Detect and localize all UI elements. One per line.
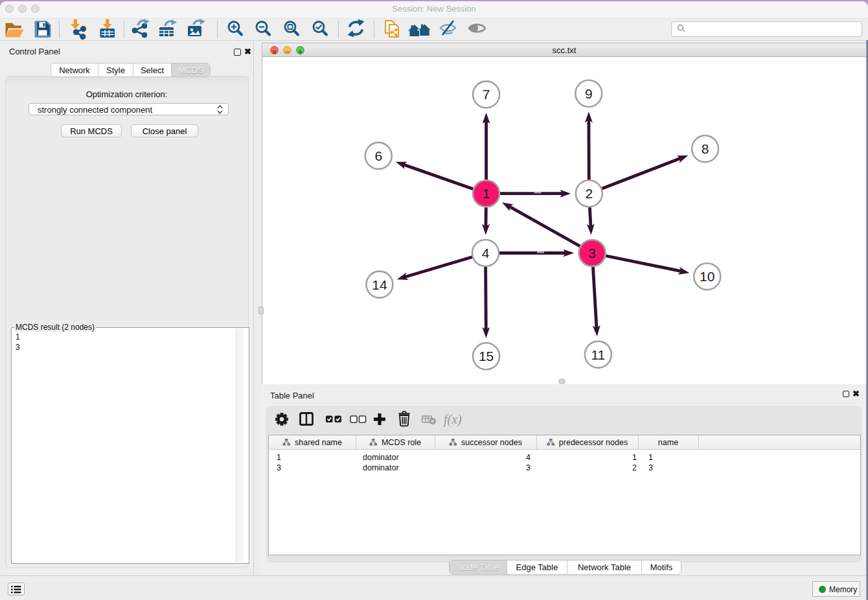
svg-text:f(x): f(x) <box>444 412 462 427</box>
svg-text:15: 15 <box>479 349 494 363</box>
svg-text:7: 7 <box>483 87 490 102</box>
svg-text:9: 9 <box>585 86 593 101</box>
svg-text:2: 2 <box>585 186 593 201</box>
svg-text:6: 6 <box>374 148 382 163</box>
svg-text:4: 4 <box>482 246 490 260</box>
svg-text:3: 3 <box>588 246 596 260</box>
svg-text:8: 8 <box>702 141 709 156</box>
svg-text:1: 1 <box>483 186 490 201</box>
svg-text:11: 11 <box>591 347 605 362</box>
svg-text:10: 10 <box>700 269 714 284</box>
svg-text:14: 14 <box>372 277 387 292</box>
